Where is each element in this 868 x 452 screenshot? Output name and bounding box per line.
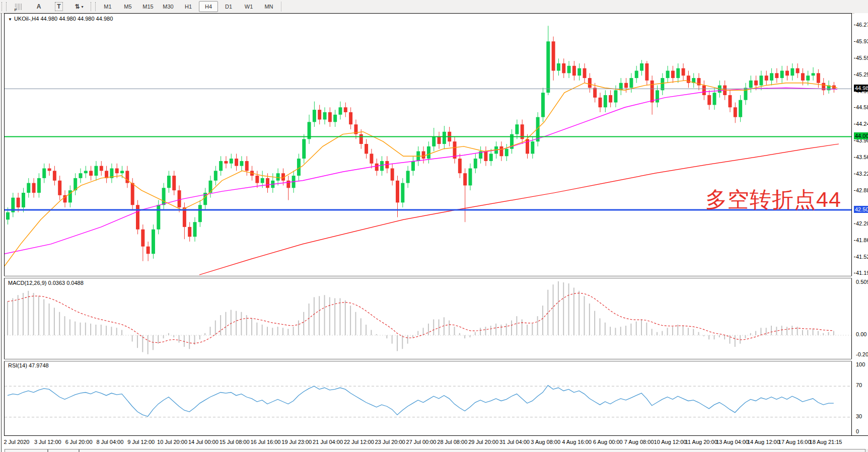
price-tick-label: 42.880 [856, 187, 868, 193]
time-tick-label: 27 Jul 00:00 [406, 439, 437, 445]
time-tick-label: 7 Aug 08:00 [624, 439, 654, 445]
time-axis[interactable]: 2 Jul 20203 Jul 12:006 Jul 20:008 Jul 04… [4, 435, 868, 449]
cycle-arrows-icon: ⇅ [75, 3, 80, 10]
toolbar-separator [281, 2, 281, 12]
chart-tab[interactable] [79, 449, 865, 452]
text-label-icon: T [55, 2, 62, 11]
macd-axis-min: -0.2032 [856, 351, 868, 357]
time-tick-label: 19 Jul 23:00 [281, 439, 312, 445]
rsi-axis-70: 70 [856, 382, 862, 388]
macd-panel[interactable]: MACD(12,26,9) 0.0363 0.0488 [5, 278, 851, 359]
price-tick-label: 44.240 [856, 121, 868, 127]
chart-window: ▼UKOil-,H4 44.980 44.980 44.980 44.980 M… [1, 13, 868, 452]
macd-axis-zero: 0.00 [856, 331, 866, 337]
chart-plot-area[interactable]: ▼UKOil-,H4 44.980 44.980 44.980 44.980 M… [4, 13, 852, 436]
time-tick-label: 13 Aug 04:00 [716, 439, 749, 445]
chart-tab[interactable] [5, 449, 48, 452]
grid-f-icon: F [15, 4, 23, 10]
time-tick-label: 18 Aug 21:15 [810, 439, 842, 445]
price-tick-label: 41.190 [856, 270, 868, 276]
time-tick-label: 29 Jul 20:00 [468, 439, 498, 445]
chart-title: ▼UKOil-,H4 44.980 44.980 44.980 44.980 [8, 16, 113, 22]
time-tick-label: 23 Jul 20:00 [375, 439, 405, 445]
price-tick-label: 45.930 [856, 38, 868, 44]
time-tick-label: 4 Aug 16:00 [562, 439, 592, 445]
chart-tab[interactable] [48, 449, 79, 452]
arrow-text-button[interactable]: A [29, 1, 48, 12]
rsi-axis-100: 100 [856, 361, 865, 367]
toolbar-grip[interactable] [91, 2, 96, 11]
oneclick-expand-icon[interactable]: ▼ [8, 17, 12, 22]
time-tick-label: 16 Jul 16:00 [250, 439, 280, 445]
price-tick-label: 44.580 [856, 104, 868, 110]
time-tick-label: 10 Jul 20:00 [157, 439, 187, 445]
chart-tabs-strip [4, 449, 868, 452]
symbol-period-label: UKOil-,H4 [14, 16, 39, 22]
toolbar-grip[interactable] [2, 2, 7, 11]
time-tick-label: 28 Jul 08:00 [437, 439, 467, 445]
time-tick-label: 8 Jul 04:00 [97, 439, 124, 445]
toolbar: FAT⇅▾ M1M5M15M30H1H4D1W1MN [0, 0, 868, 14]
price-tick-label: 45.250 [856, 71, 868, 78]
timeframe-button-h1[interactable]: H1 [179, 1, 198, 12]
rsi-axis-30: 30 [856, 413, 862, 419]
candlestick-chart[interactable] [5, 14, 851, 276]
time-tick-label: 22 Jul 12:00 [344, 439, 374, 445]
ohlc-quotes: 44.980 44.980 44.980 44.980 [41, 16, 113, 22]
time-tick-label: 15 Jul 08:00 [220, 439, 250, 445]
rsi-chart[interactable] [5, 361, 851, 435]
macd-chart[interactable] [5, 278, 851, 359]
time-tick-label: 9 Jul 12:00 [127, 439, 155, 445]
timeframe-button-m1[interactable]: M1 [98, 1, 117, 12]
price-tick-label: 45.590 [856, 55, 868, 61]
time-tick-label: 6 Aug 00:00 [593, 439, 623, 445]
price-axis[interactable]: 46.27045.93045.59045.25044.91044.58044.2… [854, 13, 868, 449]
time-tick-label: 3 Aug 08:00 [531, 439, 560, 445]
text-label-button[interactable]: T [49, 1, 68, 12]
time-tick-label: 31 Jul 04:00 [499, 439, 530, 445]
time-tick-label: 11 Aug 20:00 [685, 439, 717, 445]
rsi-axis-0: 0 [856, 428, 859, 434]
chevron-down-icon: ▾ [82, 5, 84, 9]
price-panel[interactable]: ▼UKOil-,H4 44.980 44.980 44.980 44.980 [5, 14, 851, 276]
drawing-tools-group: FAT⇅▾ [9, 1, 89, 12]
blue-level-axis-badge: 42.500 [854, 206, 868, 213]
time-tick-label: 14 Aug 12:00 [747, 439, 780, 445]
price-tick-label: 43.560 [856, 154, 868, 160]
price-tick-label: 41.860 [856, 237, 868, 243]
timeframe-button-h4[interactable]: H4 [199, 1, 218, 12]
timeframe-button-m5[interactable]: M5 [118, 1, 137, 12]
price-tick-label: 42.200 [856, 220, 868, 227]
time-tick-label: 3 Jul 12:00 [34, 439, 61, 445]
time-tick-label: 6 Jul 20:00 [65, 439, 93, 445]
macd-label: MACD(12,26,9) 0.0363 0.0488 [8, 280, 84, 286]
timeframe-group: M1M5M15M30H1H4D1W1MN [98, 1, 279, 12]
cycle-arrows-button[interactable]: ⇅▾ [69, 1, 89, 12]
rsi-label: RSI(14) 47.9748 [8, 362, 49, 368]
macd-axis-max: 0.5094 [856, 279, 868, 285]
time-tick-label: 21 Jul 04:00 [313, 439, 343, 445]
time-tick-label: 2 Jul 2020 [4, 439, 30, 445]
timeframe-button-mn[interactable]: MN [259, 1, 278, 12]
time-tick-label: 17 Aug 16:00 [778, 439, 811, 445]
rsi-panel[interactable]: RSI(14) 47.9748 [5, 361, 851, 435]
timeframe-button-m15[interactable]: M15 [138, 1, 158, 12]
chart-text-annotation[interactable]: 多空转折点44 [705, 185, 841, 214]
time-tick-label: 10 Aug 12:00 [654, 439, 687, 445]
grid-f-button[interactable]: F [9, 1, 28, 12]
time-tick-label: 14 Jul 00:00 [188, 439, 219, 445]
timeframe-button-m30[interactable]: M30 [159, 1, 178, 12]
timeframe-button-d1[interactable]: D1 [219, 1, 238, 12]
price-tick-label: 41.520 [856, 254, 868, 260]
arrow-text-icon: A [37, 3, 41, 10]
green-level-axis-badge: 44.000 [854, 132, 868, 139]
current-price-axis-badge: 44.980 [854, 85, 868, 92]
price-tick-label: 46.270 [856, 22, 868, 28]
price-tick-label: 43.220 [856, 171, 868, 177]
timeframe-button-w1[interactable]: W1 [239, 1, 258, 12]
